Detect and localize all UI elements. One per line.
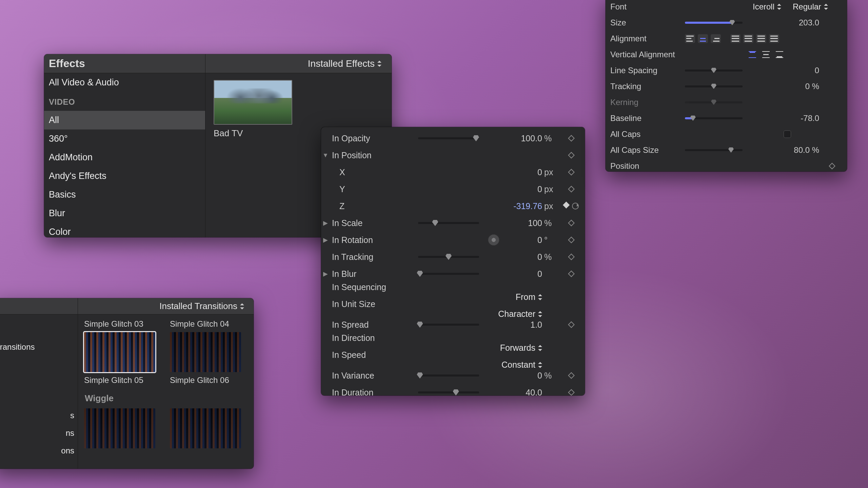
sidebar-item-truncated-3[interactable]: ons xyxy=(0,442,78,460)
sidebar-item-all[interactable]: All xyxy=(44,111,205,129)
keyframe-icon[interactable] xyxy=(568,220,575,226)
transition-item-glitch-06[interactable] xyxy=(170,332,241,372)
valign-middle-button[interactable] xyxy=(761,50,771,59)
rotation-dial[interactable] xyxy=(488,234,499,246)
prop-value[interactable]: From xyxy=(414,292,544,302)
keyframe-icon[interactable] xyxy=(563,202,570,208)
disclosure-right-icon[interactable]: ▶ xyxy=(321,270,330,278)
keyframe-icon[interactable] xyxy=(568,186,575,192)
all-caps-size-slider[interactable] xyxy=(685,149,743,151)
prop-control[interactable] xyxy=(414,273,504,275)
slider[interactable] xyxy=(418,374,479,377)
prop-value[interactable]: 100.0 xyxy=(504,134,544,143)
disclosure-right-icon[interactable]: ▶ xyxy=(321,219,330,227)
keyframe-cell xyxy=(562,390,581,395)
prop-row-line-spacing: Line Spacing 0 xyxy=(610,62,842,78)
prop-dropdown[interactable]: Forwards xyxy=(500,343,542,353)
baseline-value[interactable]: -78.0 xyxy=(753,114,822,123)
tracking-slider[interactable] xyxy=(685,85,743,87)
prop-value[interactable]: Character xyxy=(414,309,544,319)
prop-value[interactable]: 0 xyxy=(504,269,544,279)
all-caps-checkbox[interactable] xyxy=(784,130,791,138)
prop-control[interactable] xyxy=(414,222,504,224)
sidebar-item-color[interactable]: Color xyxy=(44,223,205,237)
slider[interactable] xyxy=(418,137,479,139)
sidebar-item-transitions[interactable]: Transitions xyxy=(0,338,78,356)
keyframe-icon[interactable] xyxy=(568,270,575,277)
keyframe-icon[interactable] xyxy=(568,389,575,395)
effects-scope-dropdown[interactable]: Installed Effects xyxy=(308,58,381,69)
size-slider[interactable] xyxy=(685,22,743,24)
sidebar-item-addmotion[interactable]: AddMotion xyxy=(44,148,205,167)
keyframe-icon[interactable] xyxy=(568,237,575,243)
sidebar-item-blur[interactable]: Blur xyxy=(44,204,205,223)
prop-value[interactable]: -319.76 xyxy=(504,201,544,211)
disclosure-right-icon[interactable]: ▶ xyxy=(321,236,330,244)
prop-row-in-blur: ▶In Blur0 xyxy=(321,265,581,282)
prop-value[interactable]: 0 xyxy=(504,184,544,194)
slider[interactable] xyxy=(418,324,479,326)
prop-value[interactable]: 0 xyxy=(504,167,544,177)
reset-icon[interactable] xyxy=(572,203,579,209)
keyframe-icon[interactable] xyxy=(568,135,575,142)
transition-item-wiggle-1[interactable] xyxy=(84,408,155,448)
prop-value[interactable]: 0 xyxy=(504,252,544,262)
justify-right-button[interactable] xyxy=(756,34,766,43)
transitions-scope-dropdown[interactable]: Installed Transitions xyxy=(159,301,244,311)
prop-dropdown[interactable]: Character xyxy=(498,309,542,319)
line-spacing-slider[interactable] xyxy=(685,69,743,72)
justify-full-button[interactable] xyxy=(769,34,779,43)
align-center-button[interactable] xyxy=(698,34,708,43)
prop-dropdown[interactable]: From xyxy=(516,292,542,302)
prop-dropdown[interactable]: Constant xyxy=(501,360,542,370)
keyframe-icon[interactable] xyxy=(568,152,575,159)
align-right-button[interactable] xyxy=(711,34,721,43)
prop-control[interactable] xyxy=(414,324,504,326)
size-value[interactable]: 203.0 xyxy=(753,18,822,27)
font-family-dropdown[interactable]: Iceroll xyxy=(753,2,781,12)
prop-value[interactable]: 1.0 xyxy=(504,320,544,330)
prop-value[interactable]: Constant xyxy=(414,360,544,370)
prop-control[interactable] xyxy=(414,374,504,377)
sidebar-item-truncated-2[interactable]: ns xyxy=(0,424,78,442)
font-style-dropdown[interactable]: Regular xyxy=(793,2,828,12)
justify-left-button[interactable] xyxy=(730,34,741,43)
keyframe-icon[interactable] xyxy=(568,253,575,260)
sidebar-item-all-video-audio[interactable]: All Video & Audio xyxy=(44,73,205,92)
slider[interactable] xyxy=(418,256,479,258)
slider[interactable] xyxy=(418,222,479,224)
valign-top-button[interactable] xyxy=(747,50,757,59)
transition-item-wiggle-2[interactable] xyxy=(170,408,241,448)
keyframe-icon[interactable] xyxy=(568,321,575,328)
prop-value[interactable]: 40.0 xyxy=(504,388,544,396)
effect-item-bad-tv[interactable]: Bad TV xyxy=(214,80,292,139)
prop-control[interactable] xyxy=(414,234,504,246)
tracking-value[interactable]: 0 % xyxy=(753,82,822,91)
sidebar-item-truncated-1[interactable]: s xyxy=(0,407,78,424)
prop-control[interactable] xyxy=(414,391,504,393)
prop-label: Y xyxy=(330,184,414,194)
slider[interactable] xyxy=(418,391,479,393)
sidebar-item-basics[interactable]: Basics xyxy=(44,185,205,204)
all-caps-size-value[interactable]: 80.0 % xyxy=(753,145,822,155)
keyframe-icon[interactable] xyxy=(568,372,575,379)
slider[interactable] xyxy=(418,273,479,275)
align-left-button[interactable] xyxy=(685,34,695,43)
transition-item-glitch-05[interactable] xyxy=(84,332,155,372)
keyframe-icon[interactable] xyxy=(829,163,835,169)
disclosure-down-icon[interactable]: ▼ xyxy=(321,152,330,159)
prop-value[interactable]: Forwards xyxy=(414,343,544,353)
sidebar-item-andys-effects[interactable]: Andy's Effects xyxy=(44,167,205,185)
keyframe-icon[interactable] xyxy=(568,169,575,176)
baseline-slider[interactable] xyxy=(685,117,743,119)
prop-value[interactable]: 100 xyxy=(504,218,544,228)
valign-bottom-button[interactable] xyxy=(774,50,785,59)
line-spacing-value[interactable]: 0 xyxy=(753,66,822,75)
prop-value[interactable]: 0 xyxy=(504,371,544,381)
justify-center-button[interactable] xyxy=(743,34,753,43)
prop-control[interactable] xyxy=(414,256,504,258)
prop-control[interactable] xyxy=(414,137,504,139)
prop-value[interactable]: 0 xyxy=(504,235,544,245)
sidebar-item-360[interactable]: 360° xyxy=(44,129,205,148)
prop-row-in-scale: ▶In Scale100% xyxy=(321,215,581,231)
